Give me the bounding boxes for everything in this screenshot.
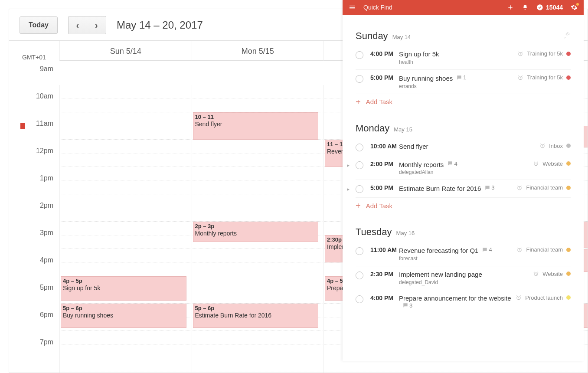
chevron-right-icon[interactable]: ▸	[347, 162, 350, 168]
task-meta: Financial team	[516, 184, 571, 191]
chevron-right-icon[interactable]: ▸	[347, 186, 350, 192]
project-color-dot	[566, 295, 571, 300]
task-title: Revenue forecasting for Q1	[399, 247, 478, 254]
task-row[interactable]: ▸5:00 PMEstimate Burn Rate for 20163Fina…	[356, 180, 571, 198]
svg-point-0	[537, 4, 542, 10]
task-checkbox[interactable]	[356, 144, 363, 151]
task-row[interactable]: 10:00 AMSend flyerInbox	[356, 138, 571, 156]
task-checkbox[interactable]	[356, 247, 363, 255]
karma-badge[interactable]: 15044	[536, 4, 563, 11]
task-row[interactable]: 4:00 PMSign up for 5khealthTraining for …	[356, 46, 571, 70]
next-button[interactable]: ›	[87, 16, 106, 34]
task-row[interactable]: 4:00 PMPrepare announcement for the webs…	[356, 290, 571, 315]
calendar-event[interactable]: 5p – 6pBuy running shoes	[61, 304, 186, 328]
task-meta: Website	[533, 271, 571, 277]
task-meta: Website	[533, 160, 571, 167]
task-project[interactable]: Website	[542, 271, 563, 277]
task-title: Buy running shoes	[399, 75, 453, 82]
task-project[interactable]: Financial team	[526, 184, 563, 191]
task-checkbox[interactable]	[356, 295, 363, 303]
task-comments[interactable]: 3	[484, 184, 494, 191]
task-project[interactable]: Product launch	[525, 294, 563, 301]
task-comments[interactable]: 4	[447, 160, 457, 167]
today-button[interactable]: Today	[20, 16, 58, 34]
todoist-panel: Quick Find 15044 SundayMay 144:00 PMSign…	[343, 0, 584, 361]
day-date: May 15	[394, 126, 412, 133]
day-header[interactable]: Sun 5/14	[59, 41, 192, 61]
task-checkbox[interactable]	[356, 272, 363, 279]
hour-label: 6pm	[9, 311, 59, 338]
prev-button[interactable]: ‹	[68, 16, 87, 34]
settings-notification-dot	[576, 3, 579, 6]
timezone-label: GMT+01	[22, 54, 46, 61]
calendar-event[interactable]: 5p – 6pEstimate Burn Rate for 2016	[193, 304, 319, 328]
now-indicator	[20, 123, 25, 129]
task-checkbox[interactable]	[356, 161, 363, 169]
hour-label: 10am	[9, 92, 59, 120]
todoist-body[interactable]: SundayMay 144:00 PMSign up for 5khealthT…	[343, 15, 584, 327]
project-color-dot	[566, 272, 571, 276]
task-time: 10:00 AM	[370, 143, 399, 150]
project-color-dot	[566, 75, 571, 80]
nav-buttons: ‹ ›	[68, 16, 106, 34]
quick-find[interactable]: Quick Find	[363, 4, 392, 11]
task-title: Send flyer	[399, 143, 428, 150]
task-time: 5:00 PM	[370, 74, 399, 81]
day-header[interactable]: Mon 5/15	[192, 41, 324, 61]
task-title: Estimate Burn Rate for 2016	[399, 185, 481, 192]
task-comments[interactable]: 4	[482, 246, 492, 253]
add-task-button[interactable]: +Add Task	[356, 198, 571, 211]
project-color-dot	[566, 186, 571, 190]
day-date: May 14	[392, 34, 411, 40]
day-heading: SundayMay 14	[356, 30, 571, 42]
settings-icon[interactable]	[571, 4, 578, 11]
hour-label: 11am	[9, 120, 59, 147]
hours-column: 9am10am11am12pm1pm2pm3pm4pm5pm6pm7pm	[9, 65, 59, 366]
task-time: 5:00 PM	[370, 184, 399, 191]
task-project[interactable]: Financial team	[526, 246, 563, 253]
menu-icon[interactable]	[349, 4, 356, 11]
task-checkbox[interactable]	[356, 51, 363, 59]
day-name: Tuesday	[356, 226, 392, 238]
day-name: Monday	[356, 123, 389, 134]
calendar-event[interactable]: 2p – 3pMonthly reports	[193, 222, 319, 242]
task-tag: forecast	[399, 255, 516, 262]
task-project[interactable]: Inbox	[549, 143, 563, 149]
task-title: Monthly reports	[399, 160, 444, 168]
task-meta: Training for 5k	[517, 50, 571, 57]
task-row[interactable]: 2:30 PMImplement new landing pagedelegat…	[356, 266, 571, 290]
day-section: TuesdayMay 1611:00 AMRevenue forecasting…	[343, 226, 584, 322]
task-row[interactable]: ▸2:00 PMMonthly reports4delegatedAllanWe…	[356, 156, 571, 180]
task-project[interactable]: Training for 5k	[527, 74, 563, 81]
hour-label: 7pm	[9, 338, 59, 366]
task-row[interactable]: 11:00 AMRevenue forecasting for Q14forec…	[356, 242, 571, 266]
task-comments[interactable]: 1	[456, 74, 466, 81]
task-meta: Inbox	[539, 143, 571, 149]
plus-icon: +	[356, 201, 361, 210]
hour-label: 4pm	[9, 256, 59, 284]
day-heading: TuesdayMay 16	[356, 226, 571, 238]
notifications-icon[interactable]	[522, 4, 529, 11]
chevron-left-icon: ‹	[76, 20, 79, 30]
task-title: Prepare announcement for the website	[399, 294, 511, 302]
project-color-dot	[566, 52, 571, 56]
add-icon[interactable]	[507, 4, 514, 11]
task-tag: delegated_David	[399, 279, 533, 285]
chevron-right-icon: ›	[95, 20, 98, 30]
task-project[interactable]: Training for 5k	[527, 50, 563, 57]
task-meta: Financial team	[516, 246, 571, 253]
hour-label: 5pm	[9, 284, 59, 311]
calendar-event[interactable]: 10 – 11Send flyer	[193, 112, 319, 140]
task-comments[interactable]: 3	[402, 302, 412, 309]
add-task-button[interactable]: +Add Task	[356, 94, 571, 107]
day-options-icon[interactable]	[564, 32, 571, 41]
task-checkbox[interactable]	[356, 75, 363, 83]
task-project[interactable]: Website	[542, 160, 563, 167]
hour-label: 2pm	[9, 202, 59, 229]
calendar-event[interactable]: 4p – 5pSign up for 5k	[61, 276, 186, 301]
task-checkbox[interactable]	[356, 185, 363, 193]
task-meta: Training for 5k	[517, 74, 571, 81]
task-row[interactable]: 5:00 PMBuy running shoes1errandsTraining…	[356, 70, 571, 94]
project-color-dot	[566, 144, 571, 148]
project-color-dot	[566, 161, 571, 166]
